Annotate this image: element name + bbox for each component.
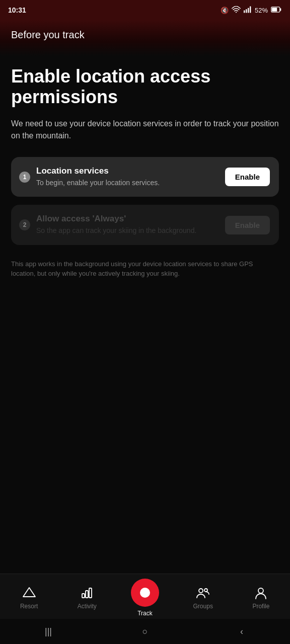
svg-rect-11: [89, 588, 92, 598]
svg-point-0: [236, 12, 237, 13]
step-number-2: 2: [19, 219, 30, 230]
nav-label-activity: Activity: [78, 603, 97, 610]
subtitle: We need to use your device location serv…: [11, 118, 279, 142]
track-circle: [131, 579, 159, 607]
permission-card-1: 1 Location services To begin, enable you…: [11, 157, 279, 197]
permission-desc-1: To begin, enable your location services.: [36, 178, 219, 188]
enable-button-1[interactable]: Enable: [225, 168, 270, 186]
nav-item-groups[interactable]: Groups: [174, 586, 232, 610]
permission-title-1: Location services: [36, 166, 219, 176]
mute-icon: 🔇: [221, 7, 229, 14]
svg-rect-7: [272, 8, 277, 12]
battery-icon: [271, 7, 282, 14]
nav-label-profile: Profile: [252, 603, 269, 610]
status-bar: 10:31 🔇 52%: [0, 0, 290, 20]
enable-button-2: Enable: [225, 216, 270, 234]
permission-cards: 1 Location services To begin, enable you…: [11, 157, 279, 245]
permission-text-1: Location services To begin, enable your …: [36, 166, 219, 188]
groups-icon: [196, 586, 210, 600]
svg-rect-9: [82, 594, 85, 598]
wifi-icon: [232, 6, 241, 15]
track-circle-inner: [140, 588, 150, 598]
svg-rect-2: [246, 9, 247, 13]
bottom-nav: Resort Activity Track Groups: [0, 574, 290, 619]
system-nav-menu[interactable]: |||: [38, 624, 58, 639]
main-content: Enable location access permissions We ne…: [0, 56, 290, 574]
signal-icon: [244, 6, 252, 15]
nav-item-resort[interactable]: Resort: [0, 586, 58, 610]
system-nav-bar: ||| ○ ‹: [0, 619, 290, 644]
main-title: Enable location access permissions: [11, 66, 279, 108]
page-title: Before you track: [11, 29, 85, 40]
activity-icon: [80, 586, 94, 600]
svg-point-12: [199, 589, 203, 593]
title-section: Enable location access permissions We ne…: [11, 66, 279, 142]
step-number-1: 1: [19, 172, 30, 183]
system-nav-home[interactable]: ○: [135, 624, 155, 639]
permission-desc-2: So the app can track your skiing in the …: [36, 226, 219, 236]
battery-percentage: 52%: [255, 7, 268, 14]
header: Before you track: [0, 20, 290, 56]
nav-item-profile[interactable]: Profile: [232, 586, 290, 610]
footer-note: This app works in the background using y…: [11, 259, 279, 279]
permission-text-2: Allow access 'Always' So the app can tra…: [36, 214, 219, 236]
profile-icon: [254, 586, 268, 600]
nav-label-resort: Resort: [20, 603, 38, 610]
svg-rect-10: [86, 591, 88, 598]
svg-rect-6: [280, 8, 281, 11]
svg-rect-4: [250, 6, 251, 13]
permission-title-2: Allow access 'Always': [36, 214, 219, 224]
svg-rect-1: [244, 10, 245, 13]
svg-point-14: [258, 588, 263, 593]
nav-item-track[interactable]: Track: [116, 579, 174, 617]
svg-point-13: [204, 589, 207, 592]
nav-label-groups: Groups: [193, 603, 213, 610]
permission-card-2: 2 Allow access 'Always' So the app can t…: [11, 205, 279, 245]
status-icons: 🔇 52%: [221, 6, 282, 15]
status-time: 10:31: [8, 6, 26, 14]
svg-rect-3: [248, 8, 249, 13]
nav-label-track: Track: [137, 610, 153, 617]
resort-icon: [22, 586, 36, 600]
system-nav-back[interactable]: ‹: [232, 624, 252, 639]
svg-marker-8: [23, 588, 35, 597]
nav-item-activity[interactable]: Activity: [58, 586, 116, 610]
